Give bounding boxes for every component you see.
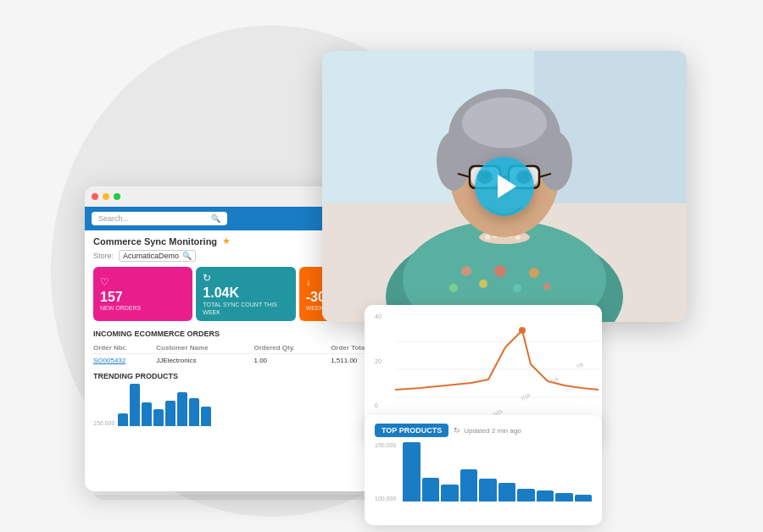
trending-bar	[177, 392, 187, 426]
search-input[interactable]: Search... 🔍	[92, 212, 227, 225]
order-qty: 1.00	[253, 353, 331, 367]
svg-point-42	[519, 327, 526, 334]
trending-bar	[130, 384, 140, 426]
y-label-0: 0	[375, 402, 392, 408]
store-value: AcumaticaDemo	[123, 252, 179, 260]
chart-svg-container: 8/4 7/30 7/25 7/21 7/16 7/14 7/8	[395, 313, 592, 408]
top-products-card: TOP PRODUCTS ↻ Updated 2 min ago 150,000…	[365, 415, 602, 525]
orders-table: Order Nbr. Customer Name Ordered Qty. Or…	[93, 342, 398, 367]
refresh-icon: ↻	[454, 426, 460, 435]
line-chart-svg	[395, 313, 599, 398]
stat-number-orders: 157	[100, 290, 186, 305]
search-icon: 🔍	[211, 214, 220, 223]
browser-dot-green	[114, 193, 120, 200]
top-bar-7	[517, 489, 534, 502]
svg-point-5	[461, 266, 471, 276]
trending-title-text: TRENDING PRODUCTS	[93, 372, 178, 380]
bar-y-low: 100,000	[375, 496, 396, 502]
top-products-header: TOP PRODUCTS ↻ Updated 2 min ago	[375, 424, 592, 437]
top-products-chart: 150,000 100,000	[375, 442, 592, 502]
stat-label-orders: NEW ORDERS	[100, 304, 186, 312]
svg-point-7	[494, 265, 506, 277]
y-label-20: 20	[375, 358, 392, 364]
trending-bar	[142, 402, 152, 426]
trending-bar	[153, 409, 164, 426]
heart-icon: ♡	[100, 276, 186, 288]
stat-sync-count: ↻ 1.04K TOTAL SYNC COUNT THIS WEEK	[196, 267, 295, 321]
col-qty: Ordered Qty.	[253, 342, 331, 354]
top-bar-1	[403, 442, 420, 502]
play-button[interactable]	[475, 157, 534, 216]
top-products-bars	[403, 442, 592, 502]
top-products-y-labels: 150,000 100,000	[375, 442, 396, 502]
trending-bar	[189, 398, 199, 426]
order-customer: JJElectronics	[156, 353, 253, 367]
svg-point-23	[462, 97, 547, 148]
store-select[interactable]: AcumaticaDemo 🔍	[119, 250, 196, 262]
sync-icon: ↻	[203, 272, 288, 284]
dashboard-title: Commerce Sync Monitoring	[93, 236, 217, 247]
svg-point-6	[479, 280, 487, 288]
order-nbr-link[interactable]: SO005432	[93, 353, 156, 367]
top-bar-10	[575, 495, 592, 502]
top-bar-6	[498, 483, 515, 502]
stat-new-orders: ♡ 157 NEW ORDERS	[93, 267, 192, 321]
svg-point-22	[538, 131, 572, 191]
stat-number-sync: 1.04K	[203, 285, 288, 301]
svg-point-14	[485, 235, 490, 240]
top-products-tab[interactable]: TOP PRODUCTS	[375, 424, 448, 437]
top-bar-2	[422, 478, 439, 502]
top-bar-9	[555, 493, 572, 502]
trending-bar	[118, 413, 128, 426]
orders-section-title: INCOMING ECOMMERCE ORDERS +	[93, 328, 398, 340]
top-bar-3	[441, 485, 458, 502]
y-label-40: 40	[375, 313, 392, 319]
play-triangle-icon	[498, 175, 516, 198]
svg-point-10	[449, 284, 458, 292]
top-bar-8	[537, 490, 554, 502]
trending-chart: 150,000	[93, 384, 398, 426]
svg-point-11	[543, 283, 550, 290]
line-chart-container: 40 20 0 8/4 7/30 7/25 7/21	[375, 313, 592, 408]
top-bar-5	[479, 479, 496, 502]
trending-bar	[165, 401, 175, 426]
browser-dot-red	[92, 193, 98, 200]
store-label: Store:	[93, 252, 114, 260]
store-search-icon: 🔍	[182, 252, 192, 260]
y-axis-labels: 40 20 0	[375, 313, 392, 408]
updated-info: ↻ Updated 2 min ago	[454, 426, 521, 435]
trending-bar	[201, 407, 211, 426]
svg-point-21	[437, 131, 471, 191]
browser-dot-yellow	[103, 193, 109, 200]
trending-title: TRENDING PRODUCTS	[93, 372, 398, 380]
video-card[interactable]	[322, 51, 687, 322]
svg-point-8	[513, 284, 521, 292]
svg-point-9	[529, 268, 539, 278]
updated-text: Updated 2 min ago	[464, 427, 521, 435]
table-row: SO005432 JJElectronics 1.00 1,511.00	[93, 353, 398, 367]
search-placeholder: Search...	[98, 214, 129, 223]
top-bar-4	[460, 469, 477, 502]
bar-y-high: 150,000	[375, 442, 396, 448]
orders-title-text: INCOMING ECOMMERCE ORDERS	[93, 330, 220, 338]
col-order-nbr: Order Nbr.	[93, 342, 156, 354]
favorite-star-icon[interactable]: ★	[222, 236, 231, 247]
stat-label-sync: TOTAL SYNC COUNT THIS WEEK	[203, 301, 288, 316]
col-customer: Customer Name	[156, 342, 253, 354]
trending-y-label-high: 150,000	[93, 420, 114, 426]
trending-section: TRENDING PRODUCTS 150,000	[93, 372, 398, 426]
